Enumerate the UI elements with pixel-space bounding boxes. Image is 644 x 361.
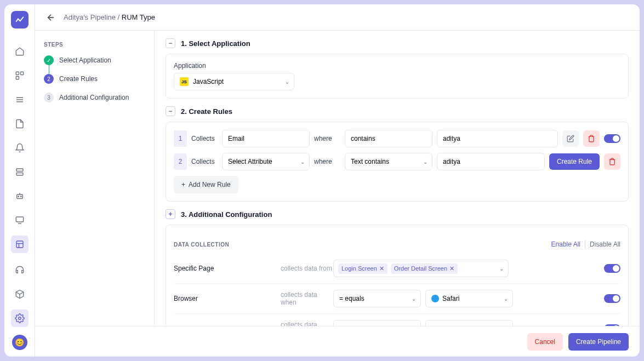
config-toggle[interactable] [604,324,620,326]
nav-list-icon[interactable] [11,91,29,108]
nav-home-icon[interactable] [11,43,29,60]
steps-title: STEPS [44,42,145,48]
rule-toggle[interactable] [604,134,620,143]
application-label: Application [174,62,620,70]
config-toggle[interactable] [604,294,620,303]
enable-all-link[interactable]: Enable All [551,240,580,248]
breadcrumb: Aditya's Pipeline / RUM Type [64,13,155,21]
chevron-down-icon: ⌄ [504,326,508,326]
breadcrumb-parent[interactable]: Aditya's Pipeline [64,13,116,21]
user-avatar[interactable]: 😊 [12,335,27,350]
rule-operator-select[interactable]: Text contains⌄ [345,153,432,170]
nav-settings-icon[interactable] [11,310,29,327]
svg-point-10 [20,196,21,197]
expand-icon[interactable]: + [166,209,175,219]
nav-monitor-icon[interactable] [11,211,29,229]
step-label: Select Application [59,56,111,64]
topbar: Aditya's Pipeline / RUM Type [35,4,640,31]
nav-box-icon[interactable] [11,285,29,303]
disable-all-link[interactable]: Disable All [590,240,620,248]
breadcrumb-current: RUM Type [122,13,155,21]
rule-number: 2 [174,153,187,170]
collapse-icon[interactable]: − [166,38,175,48]
chevron-down-icon: ⌄ [504,296,508,302]
delete-button[interactable] [583,130,600,147]
page-tag: Login Screen✕ [338,263,387,274]
section-title: 3. Additional Configuration [181,210,272,219]
rule-value-input[interactable]: aditya [437,130,558,147]
nav-sidebar: 😊 [4,4,35,357]
svg-rect-7 [16,173,23,176]
svg-rect-2 [16,77,19,79]
section-title: 1. Select Application [181,39,250,48]
plus-icon: + [181,181,185,188]
nav-pipeline-icon[interactable] [11,236,29,253]
config-row-browser: Browser collects data when = equals⌄ Saf… [174,283,620,313]
config-row-region: Region/Location collects data when = equ… [174,313,620,326]
back-button[interactable] [46,13,56,22]
rule-row: 2 Collects Select Attribute⌄ where Text … [174,153,620,170]
check-icon: ✓ [44,55,54,65]
nav-bell-icon[interactable] [11,139,29,157]
steps-panel: STEPS ✓ Select Application 2 Create Rule… [35,31,155,326]
cancel-button[interactable]: Cancel [527,333,563,351]
config-card: DATA COLLECTION Enable All Disable All S… [166,225,629,326]
svg-rect-14 [16,241,23,248]
step-additional-configuration[interactable]: 3 Additional Configuration [44,93,145,102]
safari-icon [431,295,439,302]
create-rule-button[interactable]: Create Rule [549,153,600,170]
remove-tag-icon[interactable]: ✕ [379,265,384,272]
rule-row: 1 Collects Email where contains aditya [174,130,620,147]
svg-rect-12 [16,217,24,222]
step-label: Create Rules [59,75,98,83]
nav-layers-icon[interactable] [11,163,29,181]
section-title: 2. Create Rules [181,107,232,116]
chevron-down-icon: ⌄ [412,326,416,326]
nav-apps-icon[interactable] [11,67,29,84]
svg-rect-0 [16,72,19,75]
rule-value-input[interactable]: aditya [437,153,545,170]
chevron-down-icon: ⌄ [423,159,428,165]
page-tag-input[interactable]: Login Screen✕ Order Detail Screen✕ ⌄ [333,260,509,277]
svg-rect-6 [16,169,23,171]
rule-attribute-input[interactable]: Email [222,130,310,147]
footer: Cancel Create Pipeline [35,326,640,357]
nav-robot-icon[interactable] [11,187,29,205]
rule-number: 1 [174,130,187,147]
rule-operator-input[interactable]: contains [345,130,432,147]
chevron-down-icon: ⌄ [412,296,416,302]
svg-rect-1 [20,72,23,75]
step-select-application[interactable]: ✓ Select Application [44,55,145,65]
collapse-icon[interactable]: − [166,106,175,116]
app-logo [11,11,29,28]
remove-tag-icon[interactable]: ✕ [449,265,454,272]
rules-card: 1 Collects Email where contains aditya 2… [166,122,629,202]
region-value-select[interactable]: Asia Pacific⌄ [425,320,513,326]
svg-point-9 [18,196,19,197]
step-label: Additional Configuration [59,94,129,101]
chevron-down-icon: ⌄ [300,159,305,165]
chevron-down-icon: ⌄ [499,266,504,272]
delete-button[interactable] [604,153,620,170]
add-rule-button[interactable]: + Add New Rule [174,176,238,193]
section-header-config: + 3. Additional Configuration [166,202,629,225]
region-op-select[interactable]: = equals⌄ [333,320,421,326]
application-card: Application JS JavaScript ⌄ [166,54,629,99]
browser-op-select[interactable]: = equals⌄ [333,290,421,307]
application-select[interactable]: JS JavaScript ⌄ [174,73,294,90]
config-toggle[interactable] [604,264,620,273]
config-row-page: Specific Page collects data from Login S… [174,254,620,283]
browser-value-select[interactable]: Safari⌄ [425,290,513,307]
step-number-icon: 2 [44,74,54,84]
step-create-rules[interactable]: 2 Create Rules [44,74,145,84]
create-pipeline-button[interactable]: Create Pipeline [568,333,629,351]
nav-support-icon[interactable] [11,261,29,279]
data-collection-title: DATA COLLECTION [174,242,229,248]
rule-attribute-select[interactable]: Select Attribute⌄ [222,153,310,170]
svg-point-18 [18,317,21,320]
edit-button[interactable] [562,130,579,147]
chevron-down-icon: ⌄ [285,79,289,85]
step-number-icon: 3 [44,93,54,102]
nav-document-icon[interactable] [11,115,29,133]
javascript-icon: JS [180,77,189,86]
